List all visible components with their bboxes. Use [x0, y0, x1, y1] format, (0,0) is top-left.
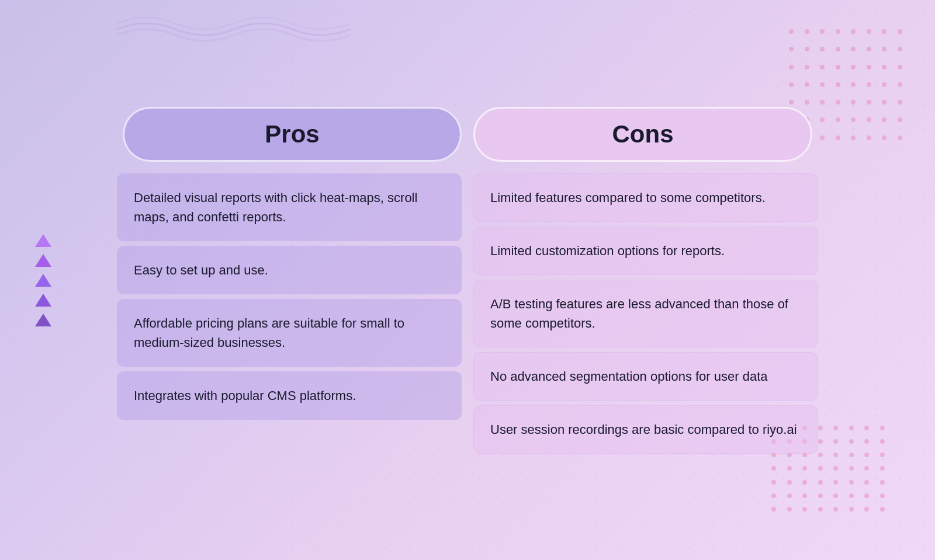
dot-decoration: [818, 466, 823, 471]
dot-decoration: [820, 47, 825, 51]
dot-decoration: [898, 29, 902, 34]
dot-decoration: [805, 65, 809, 69]
dot-decoration: [789, 65, 794, 69]
dot-decoration: [864, 453, 869, 457]
dot-decoration: [820, 65, 825, 69]
cons-cell-4: No advanced segmentation options for use…: [473, 352, 818, 401]
dot-decoration: [851, 47, 856, 51]
cons-cell-3: A/B testing features are less advanced t…: [473, 280, 818, 347]
dot-decoration: [864, 439, 869, 444]
dot-decoration: [771, 466, 776, 471]
dot-decoration: [864, 466, 869, 471]
dot-decoration: [849, 480, 854, 485]
dot-decoration: [898, 82, 902, 87]
pros-header: Pros: [123, 107, 462, 162]
dot-decoration: [849, 466, 854, 471]
dot-decoration: [805, 29, 809, 34]
cons-cell-2: Limited customization options for report…: [473, 227, 818, 275]
pros-column: Detailed visual reports with click heat-…: [117, 173, 468, 454]
dot-decoration: [820, 82, 825, 87]
dot-decoration: [818, 493, 823, 498]
dot-decoration: [864, 507, 869, 512]
table-body: Detailed visual reports with click heat-…: [117, 173, 818, 454]
pros-label: Pros: [265, 120, 319, 148]
dot-decoration: [787, 493, 792, 498]
dot-decoration: [833, 453, 838, 457]
dot-decoration: [867, 65, 871, 69]
dot-decoration: [820, 117, 825, 122]
dot-decoration: [880, 453, 885, 457]
dot-decoration: [867, 117, 871, 122]
dot-decoration: [836, 135, 840, 140]
dot-decoration: [898, 135, 902, 140]
dot-decoration: [802, 480, 807, 485]
dot-decoration: [882, 82, 886, 87]
dot-decoration: [851, 100, 856, 105]
dot-decoration: [836, 29, 840, 34]
dot-decoration: [805, 100, 809, 105]
dot-decoration: [820, 29, 825, 34]
dot-decoration: [880, 439, 885, 444]
dot-decoration: [787, 466, 792, 471]
dot-decoration: [833, 426, 838, 430]
dot-decoration: [818, 507, 823, 512]
cons-label: Cons: [612, 120, 674, 148]
dot-decoration: [836, 65, 840, 69]
pros-cell-4: Integrates with popular CMS platforms.: [117, 371, 462, 420]
dot-decoration: [898, 117, 902, 122]
arrow-icon-5: [35, 314, 51, 326]
dot-decoration: [771, 507, 776, 512]
dot-decoration: [882, 65, 886, 69]
dot-decoration: [851, 82, 856, 87]
dot-decoration: [818, 453, 823, 457]
dot-decoration: [805, 47, 809, 51]
dot-decoration: [849, 453, 854, 457]
dot-decoration: [805, 82, 809, 87]
arrow-icon-4: [35, 294, 51, 307]
dot-decoration: [849, 493, 854, 498]
dot-decoration: [882, 29, 886, 34]
pros-cell-3: Affordable pricing plans are suitable fo…: [117, 299, 462, 367]
pros-cell-2: Easy to set up and use.: [117, 246, 462, 294]
dot-decoration: [833, 439, 838, 444]
dot-decoration: [771, 493, 776, 498]
dot-decoration: [851, 29, 856, 34]
dot-decoration: [836, 47, 840, 51]
dot-decoration: [789, 100, 794, 105]
dot-decoration: [802, 507, 807, 512]
dot-decoration: [787, 480, 792, 485]
dot-decoration: [849, 426, 854, 430]
dot-decoration: [851, 117, 856, 122]
dot-decoration: [802, 466, 807, 471]
dot-decoration: [880, 466, 885, 471]
cons-cell-1: Limited features compared to some compet…: [473, 173, 818, 222]
dot-decoration: [867, 29, 871, 34]
dot-decoration: [864, 426, 869, 430]
arrow-icon-2: [35, 254, 51, 267]
decorative-waves: [117, 12, 351, 47]
dot-decoration: [882, 100, 886, 105]
dot-decoration: [836, 117, 840, 122]
dot-decoration: [880, 507, 885, 512]
dot-decoration: [818, 439, 823, 444]
dot-decoration: [867, 135, 871, 140]
dot-decoration: [882, 117, 886, 122]
cons-column: Limited features compared to some compet…: [468, 173, 818, 454]
dot-decoration: [882, 47, 886, 51]
dot-decoration: [864, 480, 869, 485]
dot-decoration: [820, 100, 825, 105]
arrow-icon-3: [35, 274, 51, 287]
pros-cons-table: Pros Cons Detailed visual reports with c…: [117, 107, 818, 454]
dot-decoration: [867, 47, 871, 51]
table-headers: Pros Cons: [117, 107, 818, 162]
dot-decoration: [818, 480, 823, 485]
dot-decoration: [849, 507, 854, 512]
dot-decoration: [833, 493, 838, 498]
dot-decoration: [849, 439, 854, 444]
dot-decoration: [820, 135, 825, 140]
dot-decoration: [836, 100, 840, 105]
arrow-icon-1: [35, 234, 51, 247]
dot-decoration: [882, 135, 886, 140]
dot-decoration: [771, 480, 776, 485]
dot-decoration: [818, 426, 823, 430]
